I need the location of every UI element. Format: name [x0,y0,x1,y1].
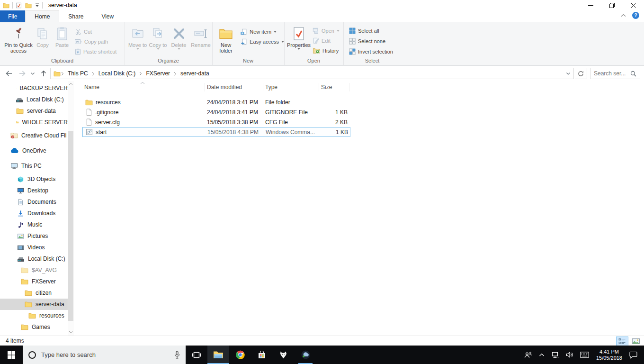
delete-button[interactable]: Delete [168,24,189,50]
column-header-date-modified[interactable]: Date modified [205,83,263,91]
copy-path-label: Copy path [84,39,108,45]
help-icon[interactable]: ? [632,12,639,19]
sidebar-item-onedrive[interactable]: OneDrive [0,143,68,158]
network-icon[interactable] [548,346,563,364]
sidebar-item-downloads[interactable]: Downloads [0,208,68,219]
easy-access-button[interactable]: Easy access [241,37,284,46]
action-center-icon[interactable] [626,346,644,364]
sidebar-item-local-disk-quick[interactable]: Local Disk (C:) [0,94,68,105]
sidebar-item-whole-server[interactable]: WHOLE SERVER [0,117,68,128]
breadcrumb-segment-server-data[interactable]: server-data [177,70,213,77]
people-icon[interactable] [521,346,536,364]
microsoft-store-taskbar-button[interactable] [251,346,273,364]
copy-button[interactable]: Copy [33,24,52,48]
back-button[interactable] [5,70,13,77]
touch-keyboard-icon[interactable] [577,346,592,364]
recent-locations-dropdown[interactable] [30,72,35,75]
tab-share[interactable]: Share [59,10,92,22]
sidebar-item-games[interactable]: Games [0,321,68,333]
paste-button[interactable]: Paste [52,24,72,48]
restore-button[interactable] [601,0,623,10]
copy-to-button[interactable]: Copy to [148,24,168,50]
microphone-icon[interactable] [174,351,180,359]
teamspeak-taskbar-button[interactable] [295,346,316,364]
column-header-name[interactable]: Name [82,83,205,91]
sidebar-item-desktop[interactable]: Desktop [0,185,68,196]
cut-button[interactable]: Cut [75,27,116,36]
sidebar-item-local-disk[interactable]: Local Disk (C:) [0,253,68,264]
task-view-button[interactable] [186,346,207,364]
sidebar-item-resources[interactable]: resources [0,310,68,321]
refresh-button[interactable] [575,68,587,79]
tab-file[interactable]: File [0,10,25,22]
address-history-dropdown[interactable] [563,72,573,75]
breadcrumb-segment-local-disk[interactable]: Local Disk (C:) [95,70,139,77]
thumbnails-view-button[interactable] [630,337,642,346]
column-header-type[interactable]: Type [263,83,319,91]
tab-home[interactable]: Home [25,10,59,22]
sidebar-item-pictures[interactable]: Pictures [0,230,68,242]
file-row-gitignore[interactable]: .gitignore 24/04/2018 3:41 PM GITIGNORE … [82,107,350,117]
search-input[interactable]: Search ser... [590,68,640,79]
open-button[interactable]: Open [313,27,340,35]
file-row-resources[interactable]: resources 24/04/2018 3:41 PM File folder [82,97,350,107]
sidebar-scrollbar[interactable] [68,81,74,336]
sidebar-item-citizen[interactable]: citizen [0,287,68,299]
wolf-app-taskbar-button[interactable] [273,346,295,364]
delete-label: Delete [171,42,187,48]
history-button[interactable]: History [313,46,340,55]
start-button[interactable] [0,346,23,364]
new-item-label: New item [250,29,271,35]
move-to-button[interactable]: Move to [127,24,148,50]
paste-shortcut-button[interactable]: Paste shortcut [75,47,116,55]
volume-icon[interactable] [563,346,577,364]
edit-button[interactable]: Edit [313,36,340,45]
sidebar-item-documents[interactable]: Documents [0,196,68,208]
qat-properties-button[interactable] [16,2,22,9]
scroll-down-icon[interactable] [68,331,74,334]
forward-button[interactable] [18,70,27,77]
new-item-button[interactable]: New item [241,27,284,36]
minimize-button[interactable] [580,0,601,10]
up-button[interactable] [40,70,47,77]
sidebar-item-server-data[interactable]: server-data [0,299,68,310]
close-button[interactable] [623,0,644,10]
pin-to-quick-access-button[interactable]: Pin to Quick access [4,24,33,54]
select-all-button[interactable]: Select all [349,27,401,35]
properties-button[interactable]: Properties [286,24,312,50]
sidebar-item-creative-cloud[interactable]: Creative Cloud Fil [0,128,68,143]
copy-path-button[interactable]: Copy path [75,37,116,46]
taskbar-clock[interactable]: 4:41 PM 15/05/2018 [592,349,626,361]
tab-view[interactable]: View [92,10,123,22]
breadcrumb[interactable]: This PC Local Disk (C:) FXServer server-… [50,68,574,79]
sidebar-item-backup-server[interactable]: BACKUP SERVER [0,82,68,94]
scrollbar-thumb[interactable] [68,131,73,321]
select-none-button[interactable]: Select none [349,37,401,45]
qat-new-folder-button[interactable] [25,2,32,9]
sidebar-item-this-pc[interactable]: This PC [0,158,68,173]
file-row-server-cfg[interactable]: server.cfg 15/05/2018 3:38 PM CFG File 2… [82,117,350,127]
invert-selection-button[interactable]: Invert selection [349,47,401,55]
minimize-ribbon-icon[interactable] [621,14,626,17]
file-row-start[interactable]: start 15/05/2018 4:38 PM Windows Comma..… [82,127,350,137]
sidebar-item-fxserver[interactable]: FXServer [0,276,68,287]
new-folder-button[interactable]: New folder [215,24,237,54]
show-hidden-icons-chevron[interactable] [536,346,548,364]
search-icon[interactable] [630,71,636,77]
rename-button[interactable]: Rename [189,24,212,48]
qat-customize-dropdown[interactable] [35,3,39,7]
taskbar-search-input[interactable]: Type here to search [23,346,186,364]
file-explorer-taskbar-button[interactable] [207,346,229,364]
sidebar-item-music[interactable]: Music [0,219,68,230]
sidebar-item-server-data-quick[interactable]: server-data [0,105,68,117]
breadcrumb-segment-this-pc[interactable]: This PC [64,70,91,77]
chrome-taskbar-button[interactable] [229,346,251,364]
scroll-up-icon[interactable] [68,82,74,85]
sidebar-item-3d-objects[interactable]: 3D Objects [0,173,68,185]
sidebar-item-av-avg[interactable]: $AV_AVG [0,264,68,276]
sidebar-item-videos[interactable]: Videos [0,242,68,253]
breadcrumb-segment-fxserver[interactable]: FXServer [143,70,173,77]
dropdown-caret-icon [157,48,160,50]
column-header-size[interactable]: Size [319,83,349,91]
details-view-button[interactable] [616,337,628,346]
